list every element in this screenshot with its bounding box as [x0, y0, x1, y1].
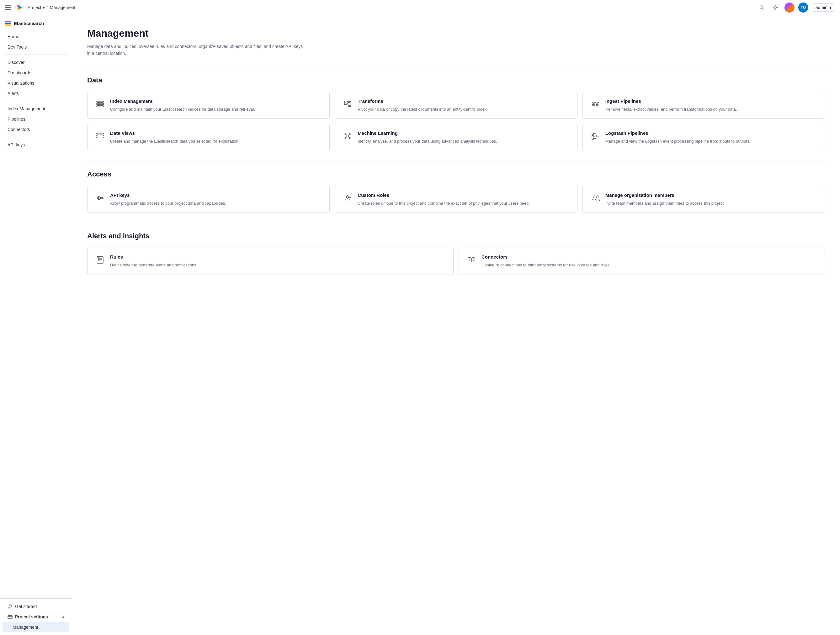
sidebar-divider-2 [5, 101, 67, 101]
sidebar-item-project-settings[interactable]: Project settings ▴ [3, 612, 69, 622]
card-body-data-views: Data Views Create and manage the Elastic… [110, 131, 322, 145]
rules-icon [96, 255, 104, 264]
settings-button[interactable] [771, 3, 781, 13]
card-icon-ml [343, 131, 352, 141]
svg-rect-45 [97, 256, 103, 263]
card-custom-roles[interactable]: Custom Roles Create roles unique to this… [335, 186, 577, 213]
section-title-data: Data [87, 76, 825, 84]
card-title-custom-roles: Custom Roles [358, 192, 569, 198]
card-index-management[interactable]: Index Management Configure and maintain … [87, 92, 330, 119]
sidebar-divider-1 [5, 55, 67, 55]
svg-rect-14 [96, 103, 104, 104]
card-title-manage-org: Manage organization members [605, 192, 817, 198]
card-body-ml: Machine Learning Identify, analyze, and … [358, 131, 569, 145]
sidebar-item-connectors[interactable]: Connectors [3, 124, 69, 134]
svg-line-32 [348, 134, 349, 136]
card-body-transforms: Transforms Pivot your data or copy the l… [358, 98, 569, 112]
breadcrumb-separator: / [47, 5, 48, 10]
svg-point-42 [346, 195, 349, 198]
index-management-icon [96, 100, 104, 109]
sidebar-item-get-started[interactable]: Get started [3, 602, 69, 611]
sidebar-item-api-keys[interactable]: API keys [3, 140, 69, 150]
card-machine-learning[interactable]: Machine Learning Identify, analyze, and … [335, 124, 577, 151]
card-desc-ingest: Remove fields, extract values, and perfo… [605, 106, 817, 112]
breadcrumb-project[interactable]: Project ▾ [28, 5, 45, 10]
top-bar: Project ▾ / Management TU admin ▾ [0, 0, 840, 15]
card-title-transforms: Transforms [358, 98, 569, 104]
card-ingest-pipelines[interactable]: Ingest Pipelines Remove fields, extract … [583, 92, 825, 119]
card-icon-transforms [343, 99, 352, 109]
main-content: Management Manage data and indices, over… [72, 15, 840, 635]
sidebar-connectors-label: Connectors [8, 127, 30, 132]
manage-members-icon [591, 194, 600, 202]
card-desc-custom-roles: Create roles unique to this project and … [358, 200, 569, 206]
sidebar-index-management-label: Index Management [8, 106, 45, 111]
sidebar-item-home[interactable]: Home [3, 32, 69, 42]
card-icon-api-keys [95, 193, 105, 203]
svg-line-34 [348, 137, 349, 138]
card-body-rules: Rules Define when to generate alerts and… [110, 254, 446, 268]
card-api-keys[interactable]: API keys Allow programmatic access to yo… [87, 186, 330, 213]
card-connectors[interactable]: Connectors Configure connections to thir… [459, 247, 825, 275]
breadcrumb-chevron: ▾ [43, 5, 45, 10]
sidebar-bottom: Get started Project settings ▴ Managemen… [0, 598, 72, 635]
card-icon-members [591, 193, 600, 203]
top-bar-right: TU admin ▾ [757, 3, 835, 13]
sidebar-alerts-label: Alerts [8, 91, 19, 96]
sidebar-dev-tools-label: Dev Tools [8, 44, 27, 49]
card-desc-logstash: Manage and view the Logstash event proce… [605, 138, 817, 145]
card-manage-org[interactable]: Manage organization members Invite team … [583, 186, 825, 213]
machine-learning-icon [343, 132, 352, 140]
card-rules[interactable]: Rules Define when to generate alerts and… [87, 247, 453, 275]
sidebar-sub-item-management[interactable]: Management [3, 622, 69, 632]
sidebar-item-pipelines[interactable]: Pipelines [3, 114, 69, 124]
sidebar-item-visualizations[interactable]: Visualizations [3, 78, 69, 88]
card-title-connectors: Connectors [482, 254, 817, 260]
sidebar-divider-3 [5, 137, 67, 137]
top-bar-left: Project ▾ / Management [5, 3, 753, 12]
card-body-ingest: Ingest Pipelines Remove fields, extract … [605, 98, 817, 112]
divider-access [87, 161, 825, 161]
breadcrumb: Project ▾ / Management [28, 5, 75, 10]
alerts-cards-grid: Rules Define when to generate alerts and… [87, 247, 825, 275]
svg-rect-16 [96, 106, 104, 107]
avatar[interactable]: TU [798, 3, 808, 13]
svg-rect-36 [592, 136, 594, 137]
card-icon-logstash [591, 131, 600, 141]
card-title-index: Index Management [110, 98, 322, 104]
sidebar-home-label: Home [8, 34, 19, 39]
theme-toggle[interactable] [785, 3, 794, 13]
sidebar-item-alerts[interactable]: Alerts [3, 88, 69, 98]
card-transforms[interactable]: Transforms Pivot your data or copy the l… [335, 92, 577, 119]
sidebar-item-dev-tools[interactable]: Dev Tools [3, 42, 69, 52]
svg-point-28 [349, 134, 351, 135]
project-settings-chevron: ▴ [62, 614, 64, 619]
hamburger-icon[interactable] [5, 5, 11, 11]
card-data-views[interactable]: Data Views Create and manage the Elastic… [87, 124, 330, 151]
user-menu[interactable]: admin ▾ [812, 3, 835, 12]
card-logstash-pipelines[interactable]: Logstash Pipelines Manage and view the L… [583, 124, 825, 151]
svg-point-7 [775, 6, 776, 8]
svg-point-30 [349, 137, 351, 139]
sidebar-item-index-management[interactable]: Index Management [3, 104, 69, 114]
card-desc-rules: Define when to generate alerts and notif… [110, 262, 446, 268]
custom-roles-icon [343, 194, 352, 202]
settings-icon [773, 5, 778, 10]
search-icon [759, 5, 764, 10]
sidebar-visualizations-label: Visualizations [8, 80, 34, 85]
connectors-icon [467, 255, 476, 264]
sidebar-item-dashboards[interactable]: Dashboards [3, 68, 69, 78]
svg-point-29 [345, 137, 346, 139]
card-title-data-views: Data Views [110, 131, 322, 136]
section-title-alerts: Alerts and insights [87, 232, 825, 240]
svg-line-6 [763, 8, 764, 9]
sidebar-item-discover[interactable]: Discover [3, 57, 69, 68]
sidebar: Elasticsearch Home Dev Tools Discover Da… [0, 15, 72, 635]
card-icon-roles [343, 193, 352, 203]
svg-rect-15 [96, 104, 104, 105]
breadcrumb-project-label: Project [28, 5, 41, 10]
user-chevron-icon: ▾ [829, 5, 832, 10]
get-started-label: Get started [15, 604, 37, 609]
divider-data [87, 67, 825, 68]
search-button[interactable] [757, 3, 767, 13]
